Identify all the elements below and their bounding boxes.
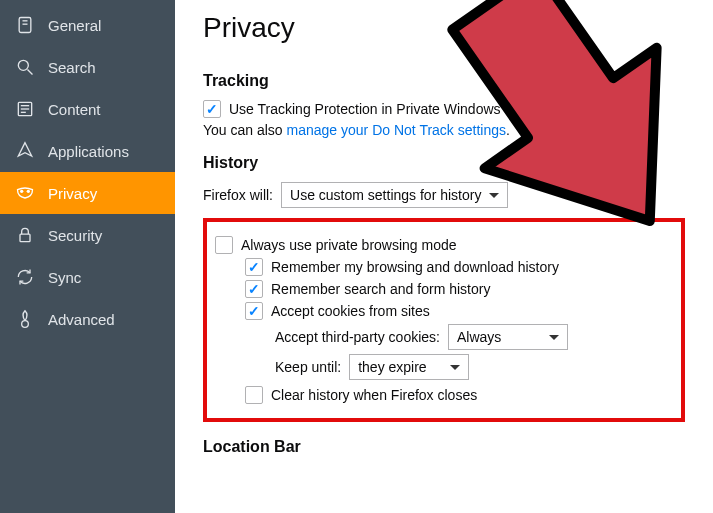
sidebar-item-security[interactable]: Security (0, 214, 175, 256)
svg-point-9 (20, 190, 23, 193)
clear-on-close-checkbox[interactable] (245, 386, 263, 404)
svg-point-12 (22, 321, 29, 328)
sidebar-item-privacy[interactable]: Privacy (0, 172, 175, 214)
applications-icon (14, 140, 36, 162)
do-not-track-link[interactable]: manage your Do Not Track settings (287, 122, 506, 138)
svg-point-3 (18, 60, 28, 70)
remember-search-label: Remember search and form history (271, 281, 490, 297)
tracking-subtext-prefix: You can also (203, 122, 287, 138)
general-icon (14, 14, 36, 36)
page-title: Privacy (203, 12, 685, 44)
tracking-protection-label: Use Tracking Protection in Private Windo… (229, 101, 501, 117)
sidebar-item-label: Applications (48, 143, 129, 160)
history-will-select[interactable]: Use custom settings for history (281, 182, 508, 208)
svg-line-4 (28, 70, 33, 75)
tracking-protection-row: Use Tracking Protection in Private Windo… (203, 100, 685, 118)
sidebar-item-label: Advanced (48, 311, 115, 328)
tracking-protection-checkbox[interactable] (203, 100, 221, 118)
accept-cookies-row: Accept cookies from sites (215, 302, 667, 320)
always-private-row: Always use private browsing mode (215, 236, 667, 254)
remember-browsing-checkbox[interactable] (245, 258, 263, 276)
svg-point-10 (27, 190, 30, 193)
sidebar-item-label: General (48, 17, 101, 34)
history-heading: History (203, 154, 685, 172)
sidebar-item-general[interactable]: General (0, 4, 175, 46)
tracking-heading: Tracking (203, 72, 685, 90)
clear-on-close-label: Clear history when Firefox closes (271, 387, 477, 403)
sidebar: General Search Content Applications Priv… (0, 0, 175, 513)
sidebar-item-label: Search (48, 59, 96, 76)
always-private-label: Always use private browsing mode (241, 237, 457, 253)
sidebar-item-label: Privacy (48, 185, 97, 202)
clear-on-close-row: Clear history when Firefox closes (215, 386, 667, 404)
always-private-checkbox[interactable] (215, 236, 233, 254)
advanced-icon (14, 308, 36, 330)
sidebar-item-content[interactable]: Content (0, 88, 175, 130)
accept-cookies-checkbox[interactable] (245, 302, 263, 320)
sidebar-item-applications[interactable]: Applications (0, 130, 175, 172)
sync-icon (14, 266, 36, 288)
third-party-label: Accept third-party cookies: (275, 329, 440, 345)
privacy-mask-icon (14, 182, 36, 204)
sidebar-item-label: Content (48, 101, 101, 118)
tracking-subtext: You can also manage your Do Not Track se… (203, 122, 685, 138)
remember-browsing-label: Remember my browsing and download histor… (271, 259, 559, 275)
keep-until-select[interactable]: they expire (349, 354, 469, 380)
content-icon (14, 98, 36, 120)
keep-until-row: Keep until: they expire (215, 354, 667, 380)
remember-search-row: Remember search and form history (215, 280, 667, 298)
history-highlight-box: Always use private browsing mode Remembe… (203, 218, 685, 422)
lock-icon (14, 224, 36, 246)
history-will-label: Firefox will: (203, 187, 273, 203)
main-panel: Privacy Tracking Use Tracking Protection… (175, 0, 713, 513)
third-party-row: Accept third-party cookies: Always (215, 324, 667, 350)
third-party-select[interactable]: Always (448, 324, 568, 350)
remember-browsing-row: Remember my browsing and download histor… (215, 258, 667, 276)
sidebar-item-sync[interactable]: Sync (0, 256, 175, 298)
sidebar-item-label: Sync (48, 269, 81, 286)
remember-search-checkbox[interactable] (245, 280, 263, 298)
svg-rect-11 (20, 234, 30, 242)
locationbar-heading: Location Bar (203, 438, 685, 456)
keep-until-label: Keep until: (275, 359, 341, 375)
accept-cookies-label: Accept cookies from sites (271, 303, 430, 319)
svg-rect-0 (19, 18, 31, 33)
search-icon (14, 56, 36, 78)
sidebar-item-label: Security (48, 227, 102, 244)
sidebar-item-advanced[interactable]: Advanced (0, 298, 175, 340)
history-will-row: Firefox will: Use custom settings for hi… (203, 182, 685, 208)
sidebar-item-search[interactable]: Search (0, 46, 175, 88)
